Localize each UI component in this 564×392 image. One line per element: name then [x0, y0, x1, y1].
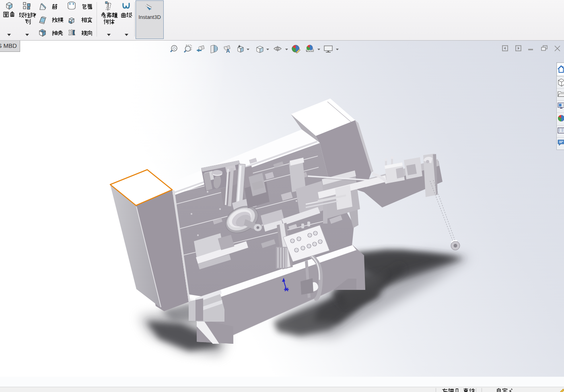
svg-text:A: A [226, 48, 230, 54]
